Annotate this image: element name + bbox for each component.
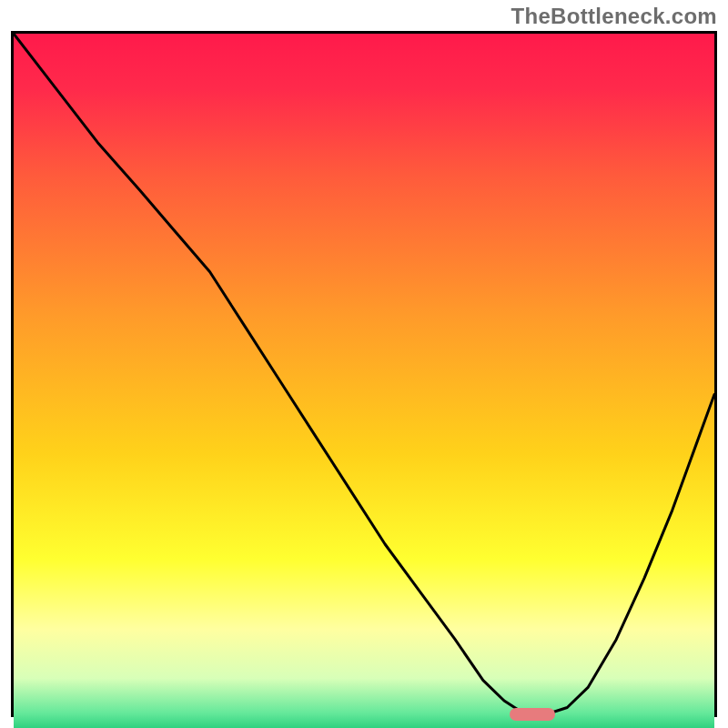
plot-area [14, 34, 714, 714]
chart-frame [11, 31, 717, 717]
curve-line [14, 34, 714, 714]
watermark-text: TheBottleneck.com [511, 4, 717, 29]
optimal-marker [510, 708, 555, 721]
